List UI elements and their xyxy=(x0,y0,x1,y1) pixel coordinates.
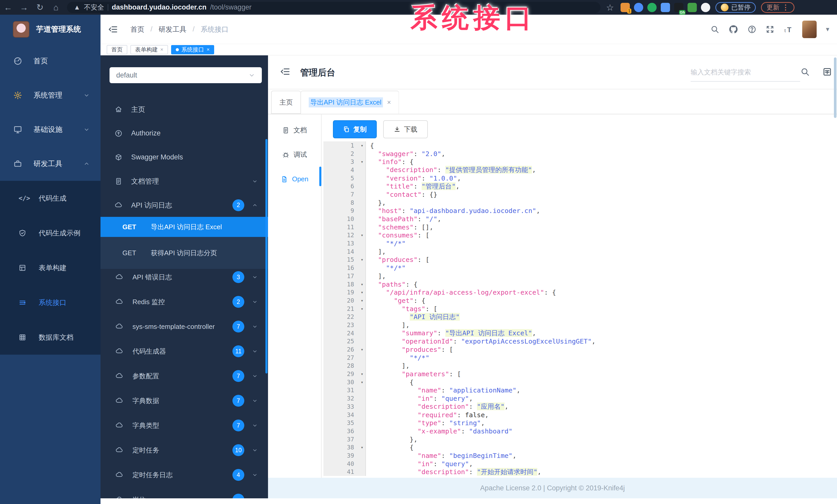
submenu-item-代码生成[interactable]: </>代码生成 xyxy=(0,181,101,216)
content-scrollbar[interactable] xyxy=(834,57,836,118)
line-number: 27 xyxy=(323,354,366,362)
extension-icon[interactable] xyxy=(688,3,697,12)
browser-home-icon[interactable]: ⌂ xyxy=(48,0,64,15)
breadcrumb-item[interactable]: 首页 xyxy=(130,25,144,34)
swagger-nav-Authorize[interactable]: Authorize xyxy=(101,121,268,145)
sidebar-collapse-icon[interactable] xyxy=(108,24,118,35)
extension-icon[interactable] xyxy=(647,3,657,12)
fold-icon[interactable]: ▾ xyxy=(361,290,363,295)
api-group-select[interactable]: default xyxy=(109,67,262,83)
chevron-down-icon xyxy=(252,398,258,404)
api-group-label: 定时任务日志 xyxy=(132,470,173,480)
submenu-item-代码生成示例[interactable]: 代码生成示例 xyxy=(0,216,101,250)
github-icon[interactable] xyxy=(729,24,738,34)
api-group-参数配置[interactable]: 参数配置7 xyxy=(101,363,268,388)
api-group-字典数据[interactable]: 字典数据7 xyxy=(101,388,268,413)
sidebar-item-系统管理[interactable]: 系统管理 xyxy=(0,78,101,112)
extension-icon[interactable]: Gh xyxy=(674,3,683,12)
count-badge: 7 xyxy=(232,370,244,382)
tag-表单构建[interactable]: 表单构建× xyxy=(130,45,168,54)
swagger-nav-API 访问日志[interactable]: API 访问日志2 xyxy=(101,193,268,217)
paused-extension-button[interactable]: 已暂停 xyxy=(715,2,756,13)
sidebar-item-基础设施[interactable]: 基础设施 xyxy=(0,112,101,147)
code-text: "description": "应用名", xyxy=(366,402,509,411)
api-group-字典类型[interactable]: 字典类型7 xyxy=(101,413,268,438)
api-group-API 错误日志[interactable]: API 错误日志3 xyxy=(101,265,268,290)
breadcrumb-item[interactable]: 研发工具 xyxy=(159,25,186,34)
swagger-nav-主页[interactable]: 主页 xyxy=(101,97,268,121)
browser-update-button[interactable]: 更新 ⋮ xyxy=(761,2,795,13)
code-editor[interactable]: 1▾{2 "swagger": "2.0",3▾ "info": {4 "des… xyxy=(323,142,834,478)
models-icon xyxy=(115,153,123,161)
submenu-item-数据库文档[interactable]: 数据库文档 xyxy=(0,320,101,355)
doc-search-input[interactable] xyxy=(691,63,800,82)
search-icon[interactable] xyxy=(711,25,719,34)
tag-close-icon[interactable]: × xyxy=(160,46,163,53)
fold-icon[interactable]: ▾ xyxy=(361,379,363,385)
fold-icon[interactable]: ▾ xyxy=(361,306,363,311)
api-group-Redis 监控[interactable]: Redis 监控2 xyxy=(101,290,268,314)
line-number: 23 xyxy=(323,321,366,329)
api-group-代码生成器[interactable]: 代码生成器11 xyxy=(101,339,268,363)
user-avatar[interactable] xyxy=(802,21,817,38)
breadcrumb-item[interactable]: 系统接口 xyxy=(201,25,229,34)
api-group-定时任务[interactable]: 定时任务10 xyxy=(101,438,268,463)
swagger-nav-Swagger Models[interactable]: Swagger Models xyxy=(101,145,268,169)
tag-系统接口[interactable]: 系统接口× xyxy=(171,45,214,54)
extension-icon[interactable]: 1 xyxy=(621,3,630,12)
browser-reload-icon[interactable]: ↻ xyxy=(32,0,48,15)
api-group-定时任务日志[interactable]: 定时任务日志4 xyxy=(101,463,268,487)
sidebar-item-首页[interactable]: 首页 xyxy=(0,44,101,78)
submenu-item-系统接口[interactable]: 系统接口 xyxy=(0,285,101,320)
fold-icon[interactable]: ▾ xyxy=(361,159,363,164)
sidebar-submenu: </>代码生成代码生成示例表单构建系统接口数据库文档 xyxy=(0,181,101,355)
copy-button[interactable]: 复制 xyxy=(333,120,377,138)
browser-back-icon[interactable]: ← xyxy=(0,0,16,15)
sidebar-item-研发工具[interactable]: 研发工具 xyxy=(0,147,101,181)
doc-search-icon[interactable] xyxy=(800,67,810,76)
api-group-岗位[interactable]: 岗位 xyxy=(101,487,268,498)
fold-icon[interactable]: ▾ xyxy=(361,257,363,262)
code-text: "contact": {} xyxy=(366,191,437,198)
help-icon[interactable] xyxy=(748,25,756,34)
user-menu-caret-icon[interactable]: ▾ xyxy=(826,25,829,33)
line-number: 40 xyxy=(323,460,366,468)
doc-nav-文档[interactable]: 文档 xyxy=(268,118,321,143)
extension-icon[interactable] xyxy=(634,3,643,12)
tab-close-icon[interactable]: × xyxy=(387,98,391,106)
fold-icon[interactable]: ▾ xyxy=(361,282,363,287)
download-button[interactable]: 下载 xyxy=(383,120,428,138)
code-line: 1▾{ xyxy=(323,142,834,150)
browser-forward-icon[interactable]: → xyxy=(16,0,32,15)
bookmark-star-icon[interactable]: ☆ xyxy=(606,2,614,13)
fold-icon[interactable]: ▾ xyxy=(361,371,363,376)
extension-icon[interactable] xyxy=(701,3,710,12)
fold-icon[interactable]: ▾ xyxy=(361,298,363,303)
extension-icon[interactable] xyxy=(661,3,670,12)
doc-nav-调试[interactable]: 调试 xyxy=(268,143,321,167)
code-line: 23 ], xyxy=(323,321,834,329)
fold-icon[interactable]: ▾ xyxy=(361,445,363,450)
fold-icon[interactable]: ▾ xyxy=(361,143,363,148)
swagger-nav-文档管理[interactable]: 文档管理 xyxy=(101,169,268,193)
language-icon[interactable] xyxy=(823,67,832,76)
swagger-scrollbar[interactable] xyxy=(265,139,267,373)
tools-icon xyxy=(13,160,23,168)
doc-nav-Open[interactable]: Open xyxy=(268,167,321,191)
submenu-item-表单构建[interactable]: 表单构建 xyxy=(0,250,101,285)
tag-首页[interactable]: 首页 xyxy=(107,45,127,54)
doc-menu-collapse-icon[interactable] xyxy=(280,66,290,77)
doc-tab-主页[interactable]: 主页 xyxy=(271,91,301,114)
fold-icon[interactable]: ▾ xyxy=(361,232,363,238)
operation-获得API 访问日志分页[interactable]: GET获得API 访问日志分页 xyxy=(101,237,268,269)
api-group-sys-sms-template-controller[interactable]: sys-sms-template-controller7 xyxy=(101,314,268,339)
doc-tab-导出API 访问日志 Excel[interactable]: 导出API 访问日志 Excel× xyxy=(301,91,399,114)
tag-close-icon[interactable]: × xyxy=(207,46,210,53)
fold-icon[interactable]: ▾ xyxy=(361,347,363,352)
doc-nav-label: Open xyxy=(292,175,308,183)
operation-导出API 访问日志 Excel[interactable]: GET导出API 访问日志 Excel xyxy=(101,217,268,237)
code-text: "schemes": [], xyxy=(366,223,433,231)
browser-menu-icon[interactable]: ⋮ xyxy=(782,3,789,12)
font-size-icon[interactable]: tT xyxy=(784,25,793,34)
fullscreen-icon[interactable] xyxy=(766,25,774,34)
